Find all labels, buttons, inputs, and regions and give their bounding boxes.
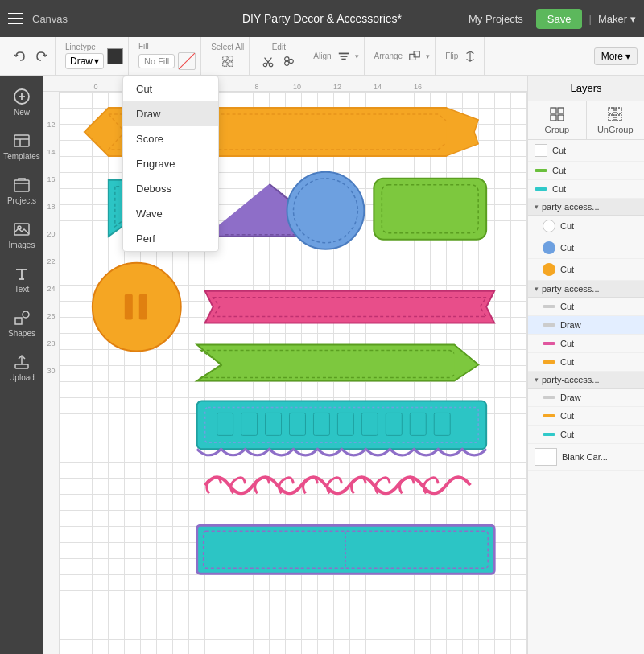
templates-icon — [12, 131, 31, 150]
linetype-value: Draw — [70, 56, 93, 67]
more-chevron-icon: ▾ — [625, 51, 630, 62]
layer-color-bar — [543, 342, 555, 345]
svg-rect-61 — [609, 115, 614, 121]
layer-label: Cut — [560, 302, 638, 311]
svg-rect-42 — [217, 413, 233, 435]
sidebar-item-upload[interactable]: Upload — [0, 346, 43, 389]
linetype-option-engrave[interactable]: Engrave — [123, 151, 218, 176]
linetype-color-box[interactable] — [107, 48, 123, 64]
svg-rect-56 — [558, 108, 564, 113]
maker-selector[interactable]: Maker ▾ — [598, 13, 636, 25]
layer-item[interactable]: Cut — [528, 140, 644, 162]
layer-item[interactable]: Cut — [528, 259, 644, 281]
layer-label: Cut — [560, 339, 638, 348]
project-title: DIY Party Decor & Accessories* — [242, 12, 402, 25]
layer-item[interactable]: Cut — [528, 335, 644, 353]
svg-rect-45 — [290, 413, 306, 435]
svg-rect-55 — [551, 108, 556, 113]
select-all-button[interactable] — [219, 52, 237, 70]
sidebar-item-new[interactable]: New — [0, 80, 43, 123]
sidebar-item-projects[interactable]: Projects — [0, 169, 43, 212]
upload-icon — [12, 352, 31, 372]
ungroup-button[interactable]: UnGroup — [587, 101, 645, 139]
layer-item[interactable]: Cut — [528, 426, 644, 444]
layer-label: Cut — [560, 411, 638, 421]
sidebar-item-templates[interactable]: Templates — [0, 125, 43, 167]
linetype-label: Linetype — [65, 43, 96, 51]
linetype-option-perf[interactable]: Perf — [123, 226, 218, 251]
layer-item[interactable]: Cut — [528, 237, 644, 259]
linetype-chevron-icon: ▾ — [94, 56, 99, 67]
svg-rect-23 — [14, 180, 29, 191]
group-button[interactable]: Group — [528, 101, 587, 139]
layer-item-selected[interactable]: Draw — [528, 316, 644, 335]
layer-item[interactable]: Cut — [528, 162, 644, 180]
arrange-section: Arrange ▾ — [369, 37, 436, 75]
layer-group[interactable]: ▾ party-access... — [528, 281, 644, 298]
sidebar-item-text[interactable]: Text — [0, 257, 43, 300]
layer-group[interactable]: ▾ party-access... — [528, 199, 644, 216]
text-icon — [12, 264, 31, 283]
top-nav: Canvas DIY Party Decor & Accessories* My… — [0, 0, 644, 37]
nav-right: My Projects Save | Maker ▾ — [462, 9, 636, 29]
layer-color-bar — [535, 187, 547, 191]
more-button[interactable]: More ▾ — [594, 47, 638, 65]
layers-title: Layers — [570, 82, 601, 94]
arrange-chevron-icon: ▾ — [426, 52, 430, 60]
sidebar-item-images[interactable]: Images — [0, 213, 43, 256]
layer-item[interactable]: Cut — [528, 407, 644, 426]
layer-item[interactable]: Cut — [528, 180, 644, 199]
undo-button[interactable] — [11, 47, 29, 65]
align-button[interactable] — [335, 47, 353, 65]
align-chevron-icon: ▾ — [355, 52, 359, 60]
linetype-option-wave[interactable]: Wave — [123, 201, 218, 226]
svg-rect-50 — [410, 413, 426, 435]
select-all-label: Select All — [211, 43, 244, 51]
cut-tool-button[interactable] — [259, 52, 277, 70]
ruler-top: 0 2 4 6 8 10 12 14 16 — [43, 76, 527, 92]
toolbar: Linetype Draw ▾ Fill No Fill Select All — [0, 37, 644, 76]
svg-rect-51 — [434, 413, 450, 435]
save-btn[interactable]: Save — [536, 9, 583, 29]
templates-label: Templates — [3, 152, 40, 161]
fill-color-box[interactable] — [178, 52, 196, 70]
flip-button[interactable] — [461, 47, 479, 65]
layer-color-bar — [543, 305, 555, 308]
my-projects-btn[interactable]: My Projects — [462, 10, 530, 28]
layer-item[interactable]: Cut — [528, 298, 644, 316]
layer-label: Blank Car... — [562, 452, 638, 462]
layer-group[interactable]: ▾ party-access... — [528, 372, 644, 389]
canvas-body: 12 14 16 18 20 22 24 26 28 30 — [43, 92, 527, 654]
linetype-option-deboss[interactable]: Deboss — [123, 176, 218, 201]
linetype-option-cut[interactable]: Cut — [123, 76, 218, 101]
layer-item[interactable]: Cut — [528, 353, 644, 372]
projects-icon — [12, 175, 31, 195]
shapes-label: Shapes — [8, 329, 35, 338]
svg-rect-58 — [558, 115, 564, 121]
svg-point-10 — [285, 61, 289, 65]
linetype-option-score[interactable]: Score — [123, 126, 218, 151]
fill-group: Fill No Fill — [138, 42, 196, 70]
fill-label: Fill — [138, 42, 149, 51]
hamburger-menu[interactable] — [8, 13, 23, 24]
linetype-select[interactable]: Draw ▾ — [65, 53, 104, 69]
fill-value[interactable]: No Fill — [138, 54, 175, 68]
redo-button[interactable] — [32, 47, 50, 65]
svg-rect-2 — [223, 61, 227, 65]
linetype-option-draw[interactable]: Draw — [123, 101, 218, 126]
arrange-button[interactable] — [406, 47, 423, 65]
sidebar-item-shapes[interactable]: Shapes — [0, 302, 43, 344]
group-arrow-icon: ▾ — [535, 285, 539, 293]
layer-item-blank-canvas[interactable]: Blank Car... — [528, 444, 644, 471]
svg-rect-0 — [223, 56, 227, 60]
layer-item[interactable]: Draw — [528, 389, 644, 407]
flip-label: Flip — [445, 51, 458, 60]
layer-color-circle — [543, 220, 555, 232]
weld-button[interactable] — [280, 52, 298, 70]
group-name: party-access... — [542, 375, 600, 385]
svg-point-8 — [285, 56, 289, 60]
layers-header: Layers — [528, 76, 644, 101]
svg-rect-38 — [125, 294, 133, 320]
layer-item[interactable]: Cut — [528, 216, 644, 237]
svg-rect-59 — [609, 108, 614, 113]
